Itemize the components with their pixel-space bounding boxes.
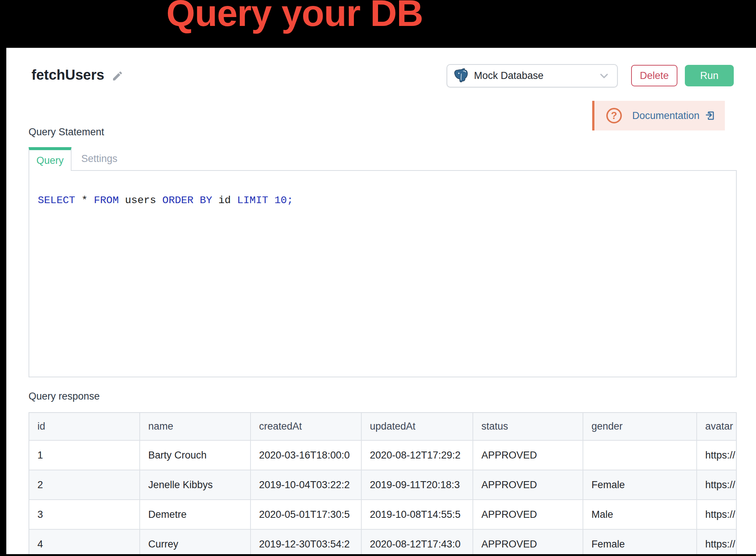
table-cell: Female <box>583 529 697 554</box>
table-cell: 2 <box>29 470 140 500</box>
edit-query-name-button[interactable] <box>112 70 123 82</box>
table-cell: 2019-10-08T14:55:5 <box>361 500 473 529</box>
documentation-link[interactable]: ? Documentation <box>594 101 725 130</box>
table-cell: 3 <box>29 500 140 529</box>
table-cell: 2019-12-30T03:54:2 <box>251 529 361 554</box>
column-header: gender <box>583 413 697 440</box>
sql-token: users <box>119 195 162 206</box>
page-title: Query your DB <box>0 0 589 34</box>
column-header: name <box>140 413 251 440</box>
app-panel: fetchUsers Mock Database Delete Run ? Do… <box>6 48 756 554</box>
table-cell: Female <box>583 470 697 500</box>
table-cell: 1 <box>29 440 140 470</box>
query-response-label: Query response <box>29 391 100 402</box>
sql-editor[interactable]: SELECT * FROM users ORDER BY id LIMIT 10… <box>29 171 737 377</box>
pencil-icon <box>112 70 123 82</box>
table-row: 4Currey2019-12-30T03:54:22020-08-12T17:4… <box>29 529 737 554</box>
table-cell: APPROVED <box>473 529 583 554</box>
table-cell: https:// <box>697 529 737 554</box>
query-tabs: Query Settings <box>29 147 737 171</box>
query-response-table: idnamecreatedAtupdatedAtstatusgenderavat… <box>29 413 737 554</box>
table-cell: 2020-08-12T17:29:2 <box>361 440 473 470</box>
column-header: updatedAt <box>361 413 473 440</box>
chevron-down-icon <box>598 70 610 82</box>
column-header: createdAt <box>251 413 361 440</box>
sql-token: ORDER BY <box>162 195 212 206</box>
sql-token: id <box>212 195 237 206</box>
table-cell <box>583 440 697 470</box>
column-header: status <box>473 413 583 440</box>
table-cell: 2020-08-12T17:43:0 <box>361 529 473 554</box>
tab-query[interactable]: Query <box>29 147 72 171</box>
table-cell: https:// <box>697 470 737 500</box>
database-selector-value: Mock Database <box>474 70 598 82</box>
table-cell: Male <box>583 500 697 529</box>
table-cell: 4 <box>29 529 140 554</box>
question-circle-icon: ? <box>606 108 622 123</box>
query-statement-label: Query Statement <box>29 126 104 138</box>
query-name-title: fetchUsers <box>32 67 104 83</box>
table-cell: APPROVED <box>473 500 583 529</box>
table-cell: Barty Crouch <box>140 440 251 470</box>
table-cell: 2020-03-16T18:00:0 <box>251 440 361 470</box>
table-cell: Demetre <box>140 500 251 529</box>
documentation-callout: ? Documentation <box>592 101 725 130</box>
table-row: 1Barty Crouch2020-03-16T18:00:02020-08-1… <box>29 440 737 470</box>
table-cell: APPROVED <box>473 470 583 500</box>
sql-token: LIMIT <box>237 195 268 206</box>
documentation-label: Documentation <box>632 110 700 122</box>
table-cell: APPROVED <box>473 440 583 470</box>
column-header: avatar <box>697 413 737 440</box>
sql-token: * <box>75 195 94 206</box>
tab-settings[interactable]: Settings <box>72 147 127 170</box>
table-cell: 2019-09-11T20:18:3 <box>361 470 473 500</box>
delete-button[interactable]: Delete <box>631 65 677 86</box>
table-header-row: idnamecreatedAtupdatedAtstatusgenderavat… <box>29 413 737 440</box>
table-cell: Jenelle Kibbys <box>140 470 251 500</box>
sql-token: 10; <box>275 195 293 206</box>
sql-code: SELECT * FROM users ORDER BY id LIMIT 10… <box>38 195 736 206</box>
table-cell: https:// <box>697 440 737 470</box>
sql-token: SELECT <box>38 195 75 206</box>
query-response-table-container: idnamecreatedAtupdatedAtstatusgenderavat… <box>29 412 737 554</box>
sql-token: FROM <box>94 195 119 206</box>
table-cell: 2019-10-04T03:22:2 <box>251 470 361 500</box>
postgresql-elephant-icon <box>453 68 469 84</box>
open-doc-icon <box>704 110 715 121</box>
table-row: 2Jenelle Kibbys2019-10-04T03:22:22019-09… <box>29 470 737 500</box>
table-cell: Currey <box>140 529 251 554</box>
column-header: id <box>29 413 140 440</box>
sql-token <box>268 195 275 206</box>
table-cell: 2020-05-01T17:30:5 <box>251 500 361 529</box>
table-row: 3Demetre2020-05-01T17:30:52019-10-08T14:… <box>29 500 737 529</box>
database-selector[interactable]: Mock Database <box>447 64 618 87</box>
run-button[interactable]: Run <box>685 65 734 86</box>
table-cell: https:// <box>697 500 737 529</box>
